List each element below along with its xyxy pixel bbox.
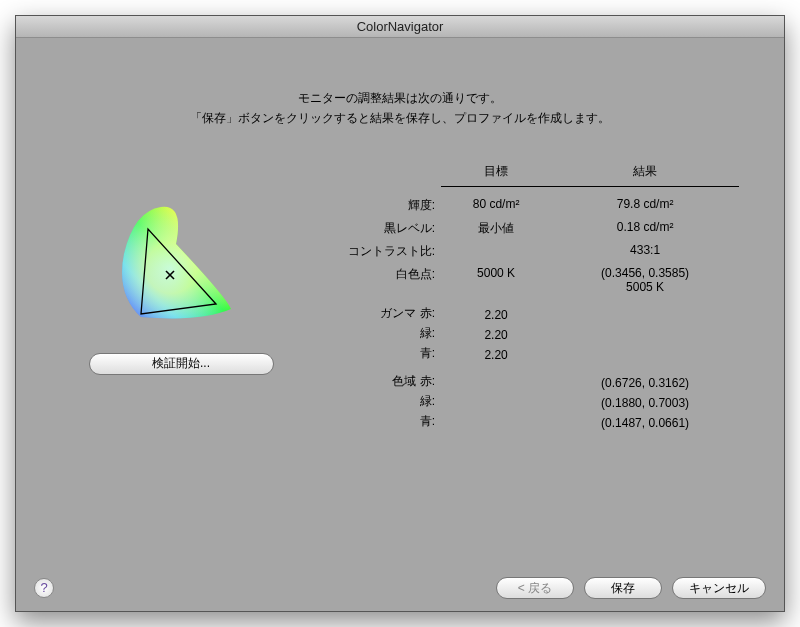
row-gamma-r: ガンマ 赤: 2.20 bbox=[301, 305, 739, 325]
label-gamma-b: 青: bbox=[301, 345, 441, 365]
label-gamma-r: ガンマ 赤: bbox=[301, 305, 441, 325]
label-brightness: 輝度: bbox=[301, 194, 441, 217]
row-black: 黒レベル: 最小値 0.18 cd/m² bbox=[301, 217, 739, 240]
result-contrast: 433:1 bbox=[551, 240, 739, 263]
target-white: 5000 K bbox=[441, 263, 551, 297]
back-button: < 戻る bbox=[496, 577, 574, 599]
save-button[interactable]: 保存 bbox=[584, 577, 662, 599]
col-result: 結果 bbox=[551, 159, 739, 187]
row-gamut-r: 色域 赤: (0.6726, 0.3162) bbox=[301, 373, 739, 393]
cancel-button[interactable]: キャンセル bbox=[672, 577, 766, 599]
label-black: 黒レベル: bbox=[301, 217, 441, 240]
label-gamut-r: 色域 赤: bbox=[301, 373, 441, 393]
main-area: 検証開始... 目標 結果 輝度: 80 cd/m² 79.8 cd/m² bbox=[61, 159, 739, 434]
gamut-panel: 検証開始... bbox=[61, 159, 301, 434]
target-brightness: 80 cd/m² bbox=[441, 194, 551, 217]
label-gamut-g: 緑: bbox=[301, 393, 441, 413]
row-brightness: 輝度: 80 cd/m² 79.8 cd/m² bbox=[301, 194, 739, 217]
result-white-k: 5005 K bbox=[557, 280, 733, 294]
target-black: 最小値 bbox=[441, 217, 551, 240]
result-brightness: 79.8 cd/m² bbox=[551, 194, 739, 217]
target-contrast bbox=[441, 240, 551, 263]
label-white: 白色点: bbox=[301, 263, 441, 297]
target-gamma-b: 2.20 bbox=[441, 345, 551, 365]
result-white-xy: (0.3456, 0.3585) bbox=[557, 266, 733, 280]
title-bar: ColorNavigator bbox=[16, 16, 784, 38]
target-gamma-g: 2.20 bbox=[441, 325, 551, 345]
row-gamut-g: 緑: (0.1880, 0.7003) bbox=[301, 393, 739, 413]
help-button[interactable]: ? bbox=[34, 578, 54, 598]
header-row: 目標 結果 bbox=[301, 159, 739, 187]
label-contrast: コントラスト比: bbox=[301, 240, 441, 263]
results-panel: 目標 結果 輝度: 80 cd/m² 79.8 cd/m² 黒レベル: 最小値 … bbox=[301, 159, 739, 434]
result-gamut-b: (0.1487, 0.0661) bbox=[551, 413, 739, 433]
intro-line-2: 「保存」ボタンをクリックすると結果を保存し、プロファイルを作成します。 bbox=[61, 108, 739, 128]
result-white: (0.3456, 0.3585) 5005 K bbox=[551, 263, 739, 297]
gamut-diagram-icon bbox=[106, 199, 256, 329]
dialog-window: ColorNavigator モニターの調整結果は次の通りです。 「保存」ボタン… bbox=[15, 15, 785, 612]
label-gamma-g: 緑: bbox=[301, 325, 441, 345]
intro-text: モニターの調整結果は次の通りです。 「保存」ボタンをクリックすると結果を保存し、… bbox=[61, 88, 739, 129]
row-contrast: コントラスト比: 433:1 bbox=[301, 240, 739, 263]
target-gamma-r: 2.20 bbox=[441, 305, 551, 325]
content-area: モニターの調整結果は次の通りです。 「保存」ボタンをクリックすると結果を保存し、… bbox=[16, 38, 784, 565]
row-gamut-b: 青: (0.1487, 0.0661) bbox=[301, 413, 739, 433]
result-black: 0.18 cd/m² bbox=[551, 217, 739, 240]
intro-line-1: モニターの調整結果は次の通りです。 bbox=[61, 88, 739, 108]
window-title: ColorNavigator bbox=[357, 19, 444, 34]
row-gamma-g: 緑: 2.20 bbox=[301, 325, 739, 345]
result-gamut-g: (0.1880, 0.7003) bbox=[551, 393, 739, 413]
footer-bar: ? < 戻る 保存 キャンセル bbox=[16, 565, 784, 611]
col-target: 目標 bbox=[441, 159, 551, 187]
results-table: 目標 結果 輝度: 80 cd/m² 79.8 cd/m² 黒レベル: 最小値 … bbox=[301, 159, 739, 434]
result-gamut-r: (0.6726, 0.3162) bbox=[551, 373, 739, 393]
label-gamut-b: 青: bbox=[301, 413, 441, 433]
row-white: 白色点: 5000 K (0.3456, 0.3585) 5005 K bbox=[301, 263, 739, 297]
row-gamma-b: 青: 2.20 bbox=[301, 345, 739, 365]
verify-button[interactable]: 検証開始... bbox=[89, 353, 274, 375]
